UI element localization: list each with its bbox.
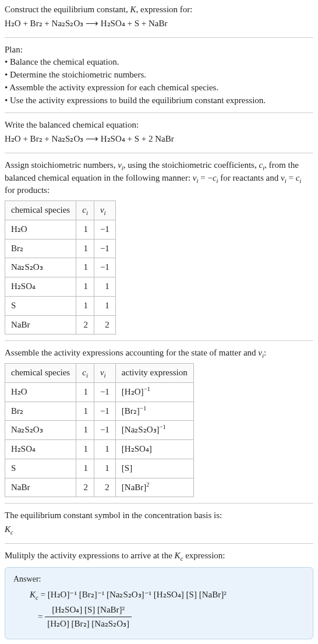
cell-ci: 1 — [76, 440, 94, 459]
answer-expression: Kc = [H₂O]⁻¹ [Br₂]⁻¹ [Na₂S₂O₃]⁻¹ [H₂SO₄]… — [13, 589, 305, 631]
table-row: S11[S] — [5, 459, 194, 478]
table-row: H₂O1−1 — [5, 220, 116, 239]
divider — [5, 37, 313, 38]
cell-species: Na₂S₂O₃ — [5, 258, 76, 277]
stoich-block: Assign stoichiometric numbers, νi, using… — [5, 159, 313, 335]
activity-title: Assemble the activity expressions accoun… — [5, 347, 313, 360]
cell-species: H₂O — [5, 382, 76, 402]
table-row: Br₂1−1[Br₂]−1 — [5, 402, 194, 421]
basis-line: The equilibrium constant symbol in the c… — [5, 509, 313, 522]
col-vi: νi — [94, 201, 115, 220]
cell-ci: 1 — [76, 402, 94, 421]
cell-activity: [S] — [115, 459, 193, 478]
cell-species: NaBr — [5, 315, 76, 335]
intro-equation: H₂O + Br₂ + Na₂S₂O₃ ⟶ H₂SO₄ + S + NaBr — [5, 16, 313, 31]
cell-ci: 1 — [76, 382, 94, 402]
cell-species: S — [5, 459, 76, 478]
cell-vi: −1 — [94, 382, 115, 402]
cell-vi: 1 — [94, 277, 115, 297]
basis-symbol: Kc — [5, 522, 313, 537]
cell-ci: 1 — [76, 239, 94, 258]
cell-ci: 1 — [76, 296, 94, 315]
cell-species: H₂SO₄ — [5, 440, 76, 459]
plan-title: Plan: — [5, 44, 313, 57]
table-header-row: chemical species ci νi activity expressi… — [5, 364, 194, 383]
plan-item: • Balance the chemical equation. — [5, 56, 313, 69]
multiply-line: Mulitply the activity expressions to arr… — [5, 550, 313, 562]
cell-vi: −1 — [94, 220, 115, 239]
table-row: H₂SO₄11[H₂SO₄] — [5, 440, 194, 459]
cell-vi: −1 — [94, 258, 115, 277]
cell-species: Br₂ — [5, 239, 76, 258]
divider — [5, 153, 313, 153]
answer-line1: Kc = [H₂O]⁻¹ [Br₂]⁻¹ [Na₂S₂O₃]⁻¹ [H₂SO₄]… — [30, 589, 305, 601]
cell-vi: 1 — [94, 296, 115, 315]
balanced-title: Write the balanced chemical equation: — [5, 119, 313, 132]
table-row: NaBr22[NaBr]2 — [5, 478, 194, 497]
table-row: H₂SO₄11 — [5, 277, 116, 297]
plan-item: • Use the activity expressions to build … — [5, 94, 313, 107]
table-row: Br₂1−1 — [5, 239, 116, 258]
col-vi: νi — [94, 364, 115, 383]
cell-ci: 2 — [76, 315, 94, 335]
cell-activity: [H₂O]−1 — [115, 382, 193, 402]
cell-vi: 2 — [94, 478, 115, 497]
cell-ci: 1 — [76, 421, 94, 440]
divider — [5, 503, 313, 504]
intro-block: Construct the equilibrium constant, K, e… — [5, 3, 313, 31]
cell-vi: 2 — [94, 315, 115, 335]
cell-species: NaBr — [5, 478, 76, 497]
cell-ci: 1 — [76, 459, 94, 478]
activity-block: Assemble the activity expressions accoun… — [5, 347, 313, 497]
cell-ci: 1 — [76, 258, 94, 277]
col-activity: activity expression — [115, 364, 193, 383]
table-header-row: chemical species ci νi — [5, 201, 116, 220]
cell-vi: 1 — [94, 459, 115, 478]
intro-line: Construct the equilibrium constant, K, e… — [5, 3, 313, 16]
divider — [5, 112, 313, 113]
cell-species: H₂O — [5, 220, 76, 239]
cell-vi: −1 — [94, 239, 115, 258]
cell-vi: −1 — [94, 421, 115, 440]
answer-label: Answer: — [13, 573, 305, 585]
table-row: NaBr22 — [5, 315, 116, 335]
col-ci: ci — [76, 201, 94, 220]
col-species: chemical species — [5, 201, 76, 220]
cell-ci: 2 — [76, 478, 94, 497]
col-species: chemical species — [5, 364, 76, 383]
cell-species: Na₂S₂O₃ — [5, 421, 76, 440]
divider — [5, 340, 313, 341]
cell-vi: −1 — [94, 402, 115, 421]
col-ci: ci — [76, 364, 94, 383]
cell-species: S — [5, 296, 76, 315]
answer-box: Answer: Kc = [H₂O]⁻¹ [Br₂]⁻¹ [Na₂S₂O₃]⁻¹… — [5, 567, 313, 640]
table-row: Na₂S₂O₃1−1[Na₂S₂O₃]−1 — [5, 421, 194, 440]
plan-item: • Determine the stoichiometric numbers. — [5, 69, 313, 82]
stoich-title: Assign stoichiometric numbers, νi, using… — [5, 159, 313, 197]
answer-line2: = [H₂SO₄] [S] [NaBr]² [H₂O] [Br₂] [Na₂S₂… — [30, 604, 305, 631]
cell-activity: [Na₂S₂O₃]−1 — [115, 421, 193, 440]
balanced-block: Write the balanced chemical equation: H₂… — [5, 119, 313, 147]
activity-table: chemical species ci νi activity expressi… — [5, 363, 194, 497]
cell-ci: 1 — [76, 220, 94, 239]
cell-vi: 1 — [94, 440, 115, 459]
plan-block: Plan: • Balance the chemical equation. •… — [5, 44, 313, 107]
cell-species: Br₂ — [5, 402, 76, 421]
cell-activity: [NaBr]2 — [115, 478, 193, 497]
divider — [5, 543, 313, 544]
table-row: H₂O1−1[H₂O]−1 — [5, 382, 194, 402]
table-row: Na₂S₂O₃1−1 — [5, 258, 116, 277]
basis-block: The equilibrium constant symbol in the c… — [5, 509, 313, 537]
stoich-table: chemical species ci νi H₂O1−1 Br₂1−1 Na₂… — [5, 200, 116, 335]
cell-activity: [Br₂]−1 — [115, 402, 193, 421]
plan-item: • Assemble the activity expression for e… — [5, 82, 313, 94]
cell-species: H₂SO₄ — [5, 277, 76, 297]
table-row: S11 — [5, 296, 116, 315]
balanced-equation: H₂O + Br₂ + Na₂S₂O₃ ⟶ H₂SO₄ + S + 2 NaBr — [5, 132, 313, 147]
cell-ci: 1 — [76, 277, 94, 297]
cell-activity: [H₂SO₄] — [115, 440, 193, 459]
